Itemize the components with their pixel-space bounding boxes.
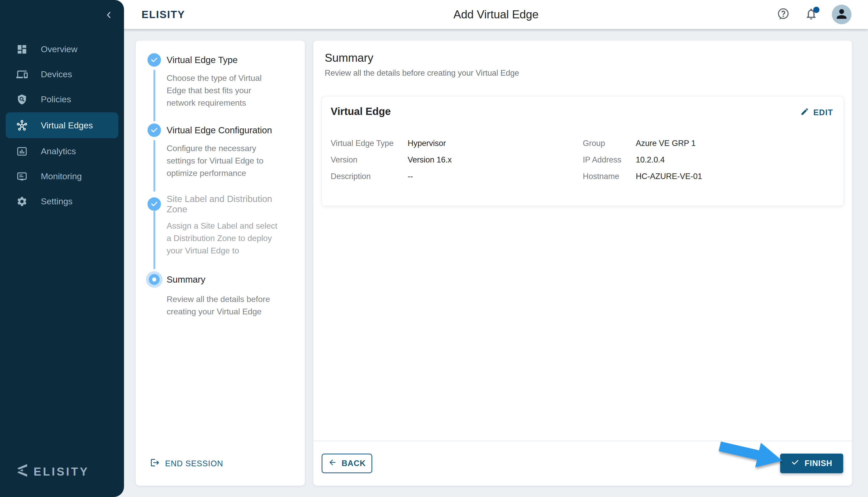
pencil-icon (800, 107, 809, 118)
gear-icon (16, 196, 28, 208)
sidebar-item-label: Virtual Edges (41, 120, 93, 130)
step-title: Site Label and Distribution Zone (167, 194, 295, 214)
wizard-step-virtual-edge-configuration: Virtual Edge Configuration Configure the… (136, 124, 295, 194)
edit-button[interactable]: EDIT (800, 107, 833, 118)
field-virtual-edge-type: Virtual Edge Type Hypervisor (331, 135, 583, 152)
page-title: Add Virtual Edge (124, 8, 868, 21)
field-label: Hostname (583, 172, 636, 181)
wizard-step-virtual-edge-type: Virtual Edge Type Choose the type of Vir… (136, 53, 295, 124)
sidebar-item-analytics[interactable]: Analytics (0, 139, 124, 164)
sidebar-item-label: Settings (41, 196, 73, 207)
step-active-radio-icon (146, 271, 162, 288)
sidebar-item-label: Policies (41, 94, 71, 104)
card-title: Virtual Edge (331, 106, 391, 117)
step-completed-check-icon (147, 53, 161, 67)
step-title: Virtual Edge Type (167, 55, 238, 65)
virtual-edge-summary-card: Virtual Edge EDIT Virtual Edge Type Hype… (322, 96, 844, 206)
field-value: -- (408, 172, 413, 181)
field-description: Description -- (331, 168, 583, 185)
field-label: Description (331, 172, 408, 181)
monitor-icon (16, 170, 28, 182)
user-avatar[interactable] (832, 5, 852, 24)
logout-icon (150, 458, 160, 470)
fields-column-right: Group Azure VE GRP 1 IP Address 10.2.0.4… (583, 135, 833, 185)
app-header: ELISITY Add Virtual Edge (0, 0, 868, 29)
sidebar-item-label: Analytics (41, 146, 76, 156)
notification-badge-dot (813, 7, 820, 13)
field-value: Azure VE GRP 1 (636, 139, 696, 148)
wizard-footer: BACK FINISH (313, 441, 852, 486)
field-label: IP Address (583, 155, 636, 165)
back-button[interactable]: BACK (322, 454, 372, 473)
summary-subheading: Review all the details before creating y… (313, 64, 852, 78)
sidebar: Overview Devices Policies (0, 0, 124, 497)
field-label: Group (583, 139, 636, 148)
wizard-step-summary: Summary Review all the details before cr… (136, 271, 295, 332)
sidebar-item-overview[interactable]: Overview (0, 37, 124, 62)
finish-button[interactable]: FINISH (780, 454, 843, 473)
sidebar-item-settings[interactable]: Settings (0, 189, 124, 214)
step-completed-check-icon (147, 124, 161, 137)
sidebar-nav: Overview Devices Policies (0, 37, 124, 214)
field-version: Version Version 16.x (331, 152, 583, 168)
end-session-button[interactable]: END SESSION (150, 458, 223, 470)
field-value: Version 16.x (408, 155, 452, 165)
check-icon (791, 458, 799, 469)
dashboard-icon (16, 43, 28, 55)
field-label: Version (331, 155, 408, 165)
sidebar-item-label: Monitoring (41, 171, 82, 181)
sidebar-item-label: Devices (41, 69, 72, 79)
help-button[interactable] (776, 7, 791, 22)
summary-panel: Summary Review all the details before cr… (313, 41, 852, 486)
step-description: Assign a Site Label and select a Distrib… (167, 219, 282, 257)
summary-heading: Summary (313, 41, 852, 64)
field-value: Hypervisor (408, 139, 446, 148)
summary-fields: Virtual Edge Type Hypervisor Version Ver… (331, 135, 833, 185)
step-description: Choose the type of Virtual Edge that bes… (167, 72, 282, 109)
sidebar-footer-wordmark: ELISITY (33, 465, 89, 478)
policy-shield-icon (16, 94, 28, 105)
help-icon (777, 7, 790, 22)
step-title: Summary (167, 274, 205, 285)
wizard-step-site-label-distribution-zone: Site Label and Distribution Zone Assign … (136, 194, 295, 271)
back-label: BACK (342, 459, 366, 468)
bar-chart-icon (16, 145, 28, 157)
sidebar-item-virtual-edges[interactable]: Virtual Edges (6, 112, 118, 138)
sidebar-item-label: Overview (41, 44, 77, 54)
field-value: HC-AZURE-VE-01 (636, 172, 702, 181)
chevron-left-icon (105, 11, 113, 20)
step-title: Virtual Edge Configuration (167, 125, 272, 136)
fields-column-left: Virtual Edge Type Hypervisor Version Ver… (331, 135, 583, 185)
finish-label: FINISH (805, 459, 833, 468)
edit-label: EDIT (813, 108, 833, 117)
elisity-mark-icon (15, 463, 29, 481)
step-description: Review all the details before creating y… (167, 293, 282, 318)
step-completed-check-icon (147, 197, 161, 211)
person-icon (835, 7, 849, 22)
wizard-steps: Virtual Edge Type Choose the type of Vir… (136, 41, 305, 332)
end-session-label: END SESSION (165, 459, 223, 468)
wizard-steps-panel: Virtual Edge Type Choose the type of Vir… (136, 41, 305, 486)
field-label: Virtual Edge Type (331, 139, 408, 148)
field-group: Group Azure VE GRP 1 (583, 135, 833, 152)
field-ip-address: IP Address 10.2.0.4 (583, 152, 833, 168)
devices-icon (16, 69, 28, 80)
network-hub-icon (16, 119, 28, 131)
step-description: Configure the necessary settings for Vir… (167, 142, 282, 179)
sidebar-collapse-button[interactable] (103, 10, 115, 21)
field-value: 10.2.0.4 (636, 155, 665, 165)
field-hostname: Hostname HC-AZURE-VE-01 (583, 168, 833, 185)
arrow-left-icon (328, 458, 337, 469)
notifications-button[interactable] (804, 7, 819, 22)
sidebar-item-monitoring[interactable]: Monitoring (0, 164, 124, 189)
sidebar-item-devices[interactable]: Devices (0, 62, 124, 87)
header-actions (776, 0, 852, 29)
sidebar-item-policies[interactable]: Policies (0, 87, 124, 112)
sidebar-footer-logo: ELISITY (15, 463, 89, 481)
